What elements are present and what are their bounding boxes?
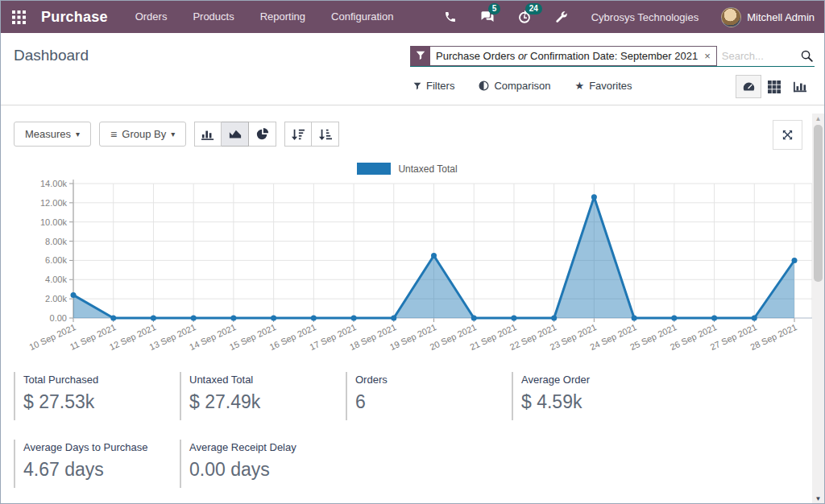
scroll-up-icon[interactable]: ▲ [812,115,824,122]
svg-text:6.00k: 6.00k [45,255,67,265]
search-bar: Purchase Orders or Confirmation Date: Se… [410,45,815,67]
svg-text:4.00k: 4.00k [45,275,67,284]
menu-reporting[interactable]: Reporting [247,1,318,33]
graph-toolbar: Measures ▾ ≡ Group By ▾ [14,122,339,147]
legend-label: Untaxed Total [398,163,457,175]
view-graph-button[interactable] [787,75,813,98]
svg-text:0.00: 0.00 [50,313,67,323]
menu-products[interactable]: Products [180,1,247,33]
line-chart-mode-button[interactable] [222,122,249,147]
main-menu: Orders Products Reporting Configuration [122,1,407,33]
expand-arrows-icon [781,129,794,141]
svg-text:10.00k: 10.00k [40,217,68,227]
svg-text:2.00k: 2.00k [45,294,67,304]
sort-ascending-button[interactable] [312,122,339,147]
group-by-button[interactable]: ≡ Group By ▾ [99,122,186,147]
measures-button[interactable]: Measures ▾ [14,122,91,147]
bar-chart-mode-button[interactable] [194,122,222,147]
pie-chart-mode-button[interactable] [249,122,276,147]
activities-icon[interactable]: 24 [516,8,533,26]
sort-desc-icon [292,128,305,141]
sort-asc-icon [319,128,332,141]
dashboard-content: Measures ▾ ≡ Group By ▾ [1,106,814,504]
kpi-total-purchased: Total Purchased $ 27.53k [14,372,180,420]
filter-row: Filters Comparison ★ Favorites [413,80,657,92]
favorites-button[interactable]: ★ Favorites [574,80,632,92]
filter-icon [413,82,421,90]
facet-remove-button[interactable]: × [703,50,716,62]
control-panel: Dashboard Purchase Orders or Confirmatio… [1,33,825,105]
kpi-average-days-to-purchase: Average Days to Purchase 4.67 days [14,440,180,488]
apps-grid-icon[interactable] [12,9,28,25]
scrollbar-thumb[interactable] [814,125,823,282]
expand-button[interactable] [773,120,802,150]
search-input[interactable] [717,50,800,62]
user-avatar[interactable] [721,7,741,27]
area-chart-icon [229,128,242,141]
tools-icon[interactable] [553,8,570,26]
bar-chart-icon [201,128,214,141]
kpi-untaxed-total: Untaxed Total $ 27.49k [180,372,346,420]
svg-text:8.00k: 8.00k [45,237,67,246]
svg-text:14.00k: 14.00k [40,179,68,188]
user-menu[interactable]: Mitchell Admin [747,11,815,23]
list-icon: ≡ [110,128,117,141]
app-name[interactable]: Purchase [41,9,108,26]
comparison-button[interactable]: Comparison [479,80,550,92]
kpi-average-receipt-delay: Average Receipt Delay 0.00 days [180,440,346,488]
kpi-average-order: Average Order $ 4.59k [512,372,678,420]
search-icon[interactable] [800,49,815,63]
filters-button[interactable]: Filters [413,80,454,92]
svg-text:12.00k: 12.00k [40,198,68,208]
menu-configuration[interactable]: Configuration [318,1,406,33]
table-grid-icon [768,81,781,93]
bar-chart-icon [794,81,806,93]
chart-legend: Untaxed Total [1,163,814,175]
search-facet-label: Purchase Orders or Confirmation Date: Se… [430,50,703,62]
sort-descending-button[interactable] [284,122,312,147]
kpi-grid: Total Purchased $ 27.53k Untaxed Total $… [14,372,678,488]
star-icon: ★ [574,80,584,92]
vertical-scrollbar[interactable]: ▲ ▼ [812,114,824,504]
top-navbar: Purchase Orders Products Reporting Confi… [1,1,825,33]
legend-swatch [357,163,391,175]
view-dashboard-button[interactable] [736,75,761,98]
scroll-down-icon[interactable]: ▼ [812,495,824,502]
view-pivot-button[interactable] [761,75,787,98]
filter-facet-icon [411,46,430,66]
kpi-orders: Orders 6 [346,372,512,420]
phone-icon[interactable] [442,8,459,26]
purchase-chart[interactable]: 0.002.00k4.00k6.00k8.00k10.00k12.00k14.0… [1,178,814,372]
messages-icon[interactable]: 5 [479,8,496,26]
pie-chart-icon [256,128,269,141]
caret-down-icon: ▾ [76,130,80,138]
sort-group [284,122,339,147]
half-circle-icon [479,81,489,91]
view-switcher [736,75,813,98]
gauge-icon [742,80,756,93]
page-title: Dashboard [14,47,89,64]
menu-orders[interactable]: Orders [122,1,180,33]
caret-down-icon: ▾ [171,130,175,138]
messages-badge: 5 [488,3,501,14]
activities-badge: 24 [525,3,542,14]
search-facet: Purchase Orders or Confirmation Date: Se… [410,46,717,66]
company-switcher[interactable]: Cybrosys Technologies [591,11,699,23]
topbar-right: 5 24 Cybrosys Technologies Mitchell Admi… [422,7,815,27]
chart-type-group [194,122,276,147]
